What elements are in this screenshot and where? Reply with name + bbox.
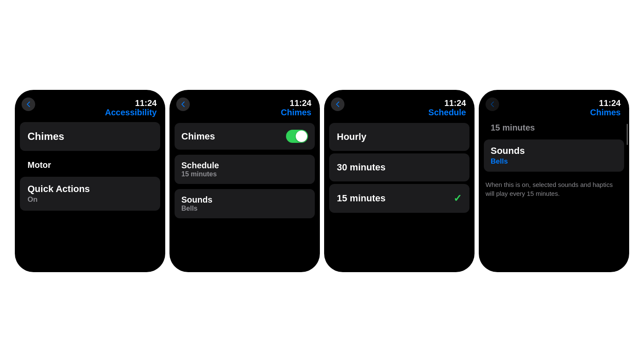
screen4-sounds-label: Sounds — [491, 145, 617, 156]
screen4-content: 15 minutes Sounds Bells When this is on,… — [479, 120, 629, 272]
screen3-back-button[interactable] — [331, 97, 344, 111]
screen1-header: 11:24 Accessibility — [15, 90, 165, 120]
screen2-back-button[interactable] — [176, 97, 190, 111]
screen3-header: 11:24 Schedule — [324, 90, 475, 120]
screen1-title: Accessibility — [105, 108, 157, 117]
screen1-header-right: 11:24 Accessibility — [105, 98, 157, 117]
screen1-time: 11:24 — [105, 98, 157, 108]
checkmark-icon: ✓ — [453, 192, 462, 204]
schedule-inner: Schedule 15 minutes — [175, 155, 315, 184]
schedule-options: Hourly 30 minutes 15 minutes ✓ — [329, 123, 469, 213]
thirty-label: 30 minutes — [337, 162, 386, 173]
screen2-header: 11:24 Chimes — [169, 90, 320, 120]
schedule-label: Schedule — [181, 161, 308, 170]
chimes-toggle-section: Chimes — [175, 123, 315, 150]
screen2-chimes: 11:24 Chimes Chimes Schedule 15 minutes — [169, 90, 320, 272]
screen4-header: 11:24 Chimes — [479, 90, 629, 120]
hourly-label: Hourly — [337, 131, 366, 142]
scrollbar-indicator — [627, 124, 628, 145]
back-icon — [25, 101, 31, 107]
quick-actions-sub: On — [28, 195, 153, 204]
screen3-header-right: 11:24 Schedule — [428, 98, 466, 117]
screen1-back-button[interactable] — [22, 97, 35, 111]
motor-label: Motor — [28, 160, 153, 170]
screen4-sounds-block[interactable]: Sounds Bells — [484, 139, 624, 172]
back-icon — [180, 101, 186, 107]
screen4-title: Chimes — [590, 108, 621, 117]
quick-actions-label: Quick Actions — [28, 184, 153, 195]
screen2-header-right: 11:24 Chimes — [281, 98, 311, 117]
fifteen-label: 15 minutes — [337, 193, 386, 204]
quick-actions-menu-item[interactable]: Quick Actions On — [20, 177, 160, 211]
screen4-header-right: 11:24 Chimes — [590, 98, 621, 117]
screen2-content: Chimes Schedule 15 minutes Sounds Bells — [169, 120, 320, 272]
screen1-content: Chimes Motor Quick Actions On — [15, 120, 165, 272]
chimes-toggle-row: Chimes — [175, 123, 315, 150]
back-icon — [489, 101, 495, 107]
sounds-sub: Bells — [181, 205, 308, 212]
schedule-section[interactable]: Schedule 15 minutes — [175, 155, 315, 184]
screen3-schedule: 11:24 Schedule Hourly 30 minutes 15 minu… — [324, 90, 475, 272]
toggle-knob — [296, 131, 307, 142]
sounds-section[interactable]: Sounds Bells — [175, 189, 315, 218]
chimes-toggle[interactable] — [286, 130, 308, 143]
screen4-fifteen-min: 15 minutes — [484, 120, 624, 137]
screen3-time: 11:24 — [428, 98, 466, 108]
hourly-option[interactable]: Hourly — [329, 123, 469, 151]
screen4-time: 11:24 — [590, 98, 621, 108]
back-icon — [335, 101, 341, 107]
screen2-title: Chimes — [281, 108, 311, 117]
screen4-chimes-detail: 11:24 Chimes 15 minutes Sounds Bells Whe… — [479, 90, 629, 272]
screen4-description: When this is on, selected sounds and hap… — [484, 177, 624, 198]
screen3-title: Schedule — [428, 108, 466, 117]
sounds-inner: Sounds Bells — [175, 189, 315, 218]
watches-container: 11:24 Accessibility Chimes Motor Quick A… — [15, 90, 629, 272]
chimes-menu-item[interactable]: Chimes — [20, 122, 160, 151]
motor-menu-item[interactable]: Motor — [20, 153, 160, 177]
schedule-sub: 15 minutes — [181, 170, 308, 178]
fifteen-minutes-option[interactable]: 15 minutes ✓ — [329, 184, 469, 213]
thirty-minutes-option[interactable]: 30 minutes — [329, 153, 469, 181]
chimes-label: Chimes — [28, 131, 153, 142]
screen3-content: Hourly 30 minutes 15 minutes ✓ — [324, 120, 475, 272]
screen2-time: 11:24 — [281, 98, 311, 108]
sounds-label: Sounds — [181, 195, 308, 205]
screen4-back-button[interactable] — [486, 97, 499, 111]
screen4-sounds-sub: Bells — [491, 157, 617, 166]
chimes-row-label: Chimes — [181, 131, 215, 142]
screen1-accessibility: 11:24 Accessibility Chimes Motor Quick A… — [15, 90, 165, 272]
